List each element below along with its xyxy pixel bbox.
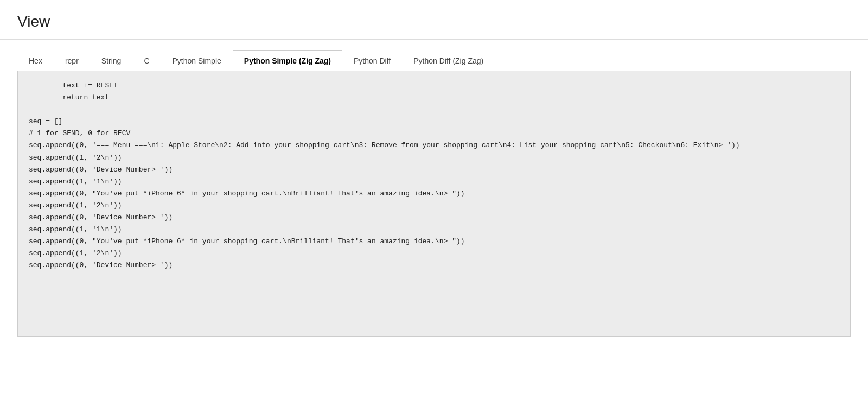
tab-c[interactable]: C xyxy=(132,50,161,71)
tab-python-diff[interactable]: Python Diff xyxy=(342,50,402,71)
tabs-container: HexreprStringCPython SimplePython Simple… xyxy=(0,40,868,71)
tab-python-simple-zig-zag[interactable]: Python Simple (Zig Zag) xyxy=(233,50,342,71)
tab-python-simple[interactable]: Python Simple xyxy=(161,50,233,71)
tab-python-diff-zig-zag[interactable]: Python Diff (Zig Zag) xyxy=(402,50,495,71)
tabs-bar: HexreprStringCPython SimplePython Simple… xyxy=(17,50,851,71)
page-title: View xyxy=(0,0,868,40)
tab-string[interactable]: String xyxy=(90,50,133,71)
code-block[interactable]: text += RESET return text seq = [] # 1 f… xyxy=(18,71,850,336)
content-area: text += RESET return text seq = [] # 1 f… xyxy=(17,71,851,337)
tab-repr[interactable]: repr xyxy=(54,50,90,71)
tab-hex[interactable]: Hex xyxy=(17,50,54,71)
